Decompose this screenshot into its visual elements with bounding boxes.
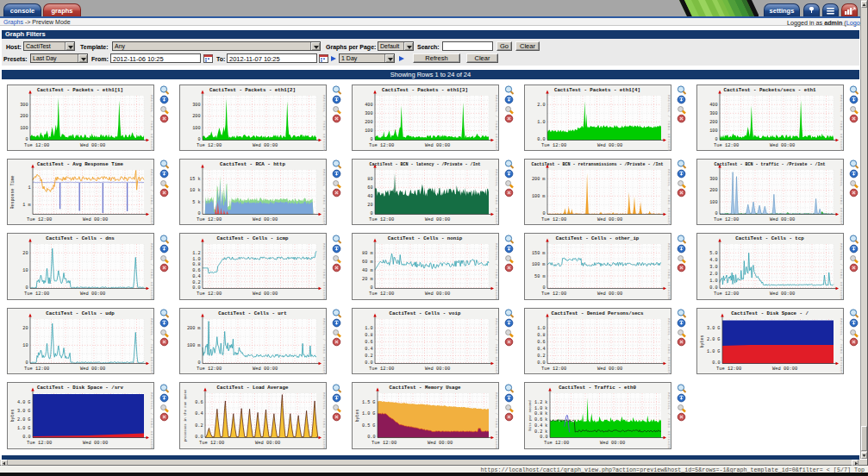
svg-text:Wed 00:00: Wed 00:00 [253, 291, 278, 297]
svg-text:Wed 00:00: Wed 00:00 [597, 366, 622, 371]
svg-text:1.0 k: 1.0 k [534, 406, 548, 411]
svg-text:0: 0 [197, 211, 200, 216]
svg-text:Wed 00:00: Wed 00:00 [597, 142, 622, 147]
svg-text:4.0: 4.0 [709, 258, 717, 263]
svg-text:1.2: 1.2 [192, 251, 200, 256]
svg-text:0: 0 [370, 286, 372, 291]
svg-text:200: 200 [709, 120, 717, 125]
svg-text:200: 200 [20, 114, 28, 119]
svg-text:CactiTest - Memory Usage: CactiTest - Memory Usage [390, 385, 461, 391]
svg-text:1.0 G: 1.0 G [17, 426, 31, 431]
svg-text:CactiTest - BCN - retransmissi: CactiTest - BCN - retransmissions - /Pri… [531, 162, 663, 167]
svg-text:20 m: 20 m [362, 278, 372, 283]
svg-text:1.0: 1.0 [365, 326, 372, 331]
svg-text:CactiTest - Cells - udp: CactiTest - Cells - udp [46, 310, 115, 316]
svg-text:Wed 00:00: Wed 00:00 [253, 216, 278, 222]
svg-text:2.0: 2.0 [709, 272, 717, 277]
svg-text:CactiTest - Cells - tcp: CactiTest - Cells - tcp [735, 235, 804, 241]
svg-text:0.2: 0.2 [365, 354, 372, 359]
svg-text:200 m: 200 m [187, 326, 201, 331]
svg-text:bytes: bytes [700, 335, 705, 348]
svg-text:1.5 G: 1.5 G [362, 400, 376, 405]
svg-text:300: 300 [365, 111, 372, 116]
svg-text:3.0 G: 3.0 G [17, 409, 31, 414]
svg-text:RRDTOOL / TOBI OETIKER: RRDTOOL / TOBI OETIKER [495, 318, 499, 375]
svg-text:CactiTest - Cells - voip: CactiTest - Cells - voip [390, 310, 461, 316]
svg-text:80: 80 [367, 177, 372, 182]
svg-text:CactiTest - Cells - dns: CactiTest - Cells - dns [46, 235, 115, 241]
svg-text:1.2 k: 1.2 k [534, 400, 548, 405]
svg-text:0.6: 0.6 [365, 340, 372, 345]
svg-text:100 m: 100 m [187, 343, 201, 348]
svg-text:400: 400 [709, 103, 717, 108]
svg-text:RRDTOOL / TOBI OETIKER: RRDTOOL / TOBI OETIKER [495, 95, 499, 152]
svg-text:0.2: 0.2 [537, 354, 545, 359]
svg-text:RRDTOOL / TOBI OETIKER: RRDTOOL / TOBI OETIKER [667, 318, 671, 375]
svg-text:RRDTOOL / TOBI OETIKER: RRDTOOL / TOBI OETIKER [322, 169, 327, 226]
svg-text:RRDTOOL / TOBI OETIKER: RRDTOOL / TOBI OETIKER [150, 169, 154, 226]
svg-text:CactiTest - Avg Response Time: CactiTest - Avg Response Time [37, 161, 124, 167]
svg-text:5.0: 5.0 [709, 251, 717, 256]
svg-text:40 m: 40 m [362, 268, 372, 273]
svg-text:0.0: 0.0 [22, 435, 30, 440]
svg-text:300: 300 [709, 111, 717, 116]
svg-text:Tue 12:00: Tue 12:00 [372, 441, 397, 446]
svg-text:Wed 00:00: Wed 00:00 [597, 291, 622, 297]
svg-text:RRDTOOL / TOBI OETIKER: RRDTOOL / TOBI OETIKER [322, 243, 327, 300]
svg-text:0.4: 0.4 [537, 347, 545, 352]
svg-text:Tue 12:00: Tue 12:00 [197, 366, 222, 371]
svg-text:Tue 12:00: Tue 12:00 [714, 291, 739, 297]
svg-text:150 m: 150 m [532, 251, 546, 256]
svg-text:CactiTest - Disk Space - /srv: CactiTest - Disk Space - /srv [37, 385, 124, 391]
svg-text:0.6 k: 0.6 k [534, 417, 548, 423]
svg-text:0.0: 0.0 [712, 360, 720, 366]
svg-text:80 m: 80 m [362, 251, 372, 256]
svg-text:0.2: 0.2 [192, 280, 200, 285]
svg-text:Tue 12:00: Tue 12:00 [24, 291, 49, 297]
svg-text:Tue 12:00: Tue 12:00 [197, 291, 222, 297]
svg-text:RRDTOOL / TOBI OETIKER: RRDTOOL / TOBI OETIKER [667, 243, 671, 300]
svg-text:200: 200 [192, 114, 200, 119]
svg-text:Tue 12:00: Tue 12:00 [716, 366, 741, 371]
svg-text:100 m: 100 m [532, 263, 546, 268]
svg-text:0.6: 0.6 [537, 340, 545, 345]
svg-text:CactiTest - Packets - eth1[1]: CactiTest - Packets - eth1[1] [37, 87, 123, 93]
svg-text:Wed 00:00: Wed 00:00 [600, 441, 625, 446]
svg-text:Tue 12:00: Tue 12:00 [541, 216, 566, 222]
svg-text:Tue 12:00: Tue 12:00 [369, 366, 394, 371]
svg-text:Wed 00:00: Wed 00:00 [770, 142, 795, 147]
svg-text:Tue 12:00: Tue 12:00 [27, 216, 52, 222]
svg-text:0: 0 [197, 360, 200, 366]
svg-text:Tue 12:00: Tue 12:00 [197, 142, 222, 147]
svg-text:RRDTOOL / TOBI OETIKER: RRDTOOL / TOBI OETIKER [840, 318, 844, 375]
svg-text:2.0 G: 2.0 G [17, 417, 31, 423]
svg-text:50 m: 50 m [534, 274, 545, 279]
svg-text:RRDTOOL / TOBI OETIKER: RRDTOOL / TOBI OETIKER [667, 392, 671, 449]
svg-text:Wed 00:00: Wed 00:00 [80, 142, 105, 147]
svg-text:0.4: 0.4 [195, 412, 203, 417]
svg-text:RRDTOOL / TOBI OETIKER: RRDTOOL / TOBI OETIKER [495, 392, 499, 449]
svg-text:CactiTest - Disk Space - /: CactiTest - Disk Space - / [731, 310, 809, 316]
svg-text:0.5 G: 0.5 G [362, 423, 376, 429]
svg-text:0: 0 [370, 211, 372, 216]
svg-text:Tue 12:00: Tue 12:00 [714, 142, 739, 147]
svg-text:0.0: 0.0 [709, 286, 717, 291]
svg-text:300: 300 [192, 103, 200, 108]
svg-text:1.0: 1.0 [709, 279, 717, 285]
svg-text:Tue 12:00: Tue 12:00 [24, 142, 49, 147]
svg-text:processes in the run queue: processes in the run queue [184, 389, 187, 442]
svg-text:1.0: 1.0 [537, 120, 545, 125]
svg-text:CactiTest - Packets - eth1[4]: CactiTest - Packets - eth1[4] [554, 87, 640, 93]
svg-text:CactiTest - Load Average: CactiTest - Load Average [217, 385, 289, 391]
svg-text:Tue 12:00: Tue 12:00 [541, 366, 566, 371]
svg-text:0: 0 [25, 360, 28, 366]
svg-text:300: 300 [709, 177, 717, 182]
svg-text:20: 20 [22, 251, 28, 256]
svg-text:Tue 12:00: Tue 12:00 [541, 142, 566, 147]
svg-text:Wed 00:00: Wed 00:00 [425, 142, 450, 147]
svg-text:0.2 k: 0.2 k [534, 429, 548, 435]
svg-text:1: 1 [28, 185, 30, 191]
svg-text:Wed 00:00: Wed 00:00 [80, 291, 105, 297]
svg-text:200: 200 [709, 188, 717, 193]
svg-text:2.0 G: 2.0 G [707, 337, 721, 342]
